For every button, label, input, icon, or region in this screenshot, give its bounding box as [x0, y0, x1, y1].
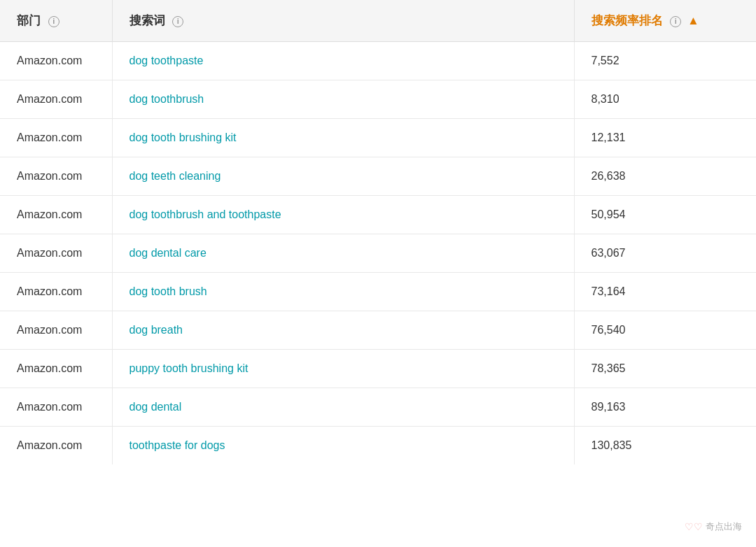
keyword-link[interactable]: dog dental care	[130, 247, 206, 259]
keyword-cell: dog breath	[112, 311, 574, 350]
keyword-link[interactable]: dog toothbrush and toothpaste	[130, 208, 281, 220]
rank-cell: 63,067	[574, 234, 756, 273]
department-cell: Amazon.com	[0, 234, 112, 273]
department-cell: Amazon.com	[0, 157, 112, 196]
rank-cell: 73,164	[574, 273, 756, 311]
department-cell: Amazon.com	[0, 388, 112, 427]
rank-label: 搜索频率排名	[592, 14, 663, 27]
keyword-cell: dog tooth brushing kit	[112, 119, 574, 157]
keyword-link[interactable]: dog toothbrush	[130, 93, 204, 105]
keyword-cell: dog tooth brush	[112, 273, 574, 311]
keyword-link[interactable]: puppy tooth brushing kit	[130, 362, 248, 374]
department-cell: Amazon.com	[0, 119, 112, 157]
keyword-label: 搜索词	[130, 14, 165, 27]
department-label: 部门	[17, 14, 41, 27]
department-cell: Amazon.com	[0, 350, 112, 388]
rank-cell: 8,310	[574, 80, 756, 119]
department-cell: Amazon.com	[0, 80, 112, 119]
rank-cell: 26,638	[574, 157, 756, 196]
keyword-link[interactable]: dog dental	[130, 401, 182, 413]
col-keyword-header: 搜索词 i	[112, 0, 574, 42]
table-row: Amazon.comdog toothpaste7,552	[0, 42, 756, 80]
keyword-link[interactable]: dog teeth cleaning	[130, 170, 221, 182]
search-rank-table: 部门 i 搜索词 i 搜索频率排名 i ▲ Amazon.comdog toot…	[0, 0, 756, 464]
table-row: Amazon.comdog toothbrush8,310	[0, 80, 756, 119]
table-header-row: 部门 i 搜索词 i 搜索频率排名 i ▲	[0, 0, 756, 42]
keyword-cell: toothpaste for dogs	[112, 427, 574, 465]
table-row: Amazon.comdog tooth brushing kit12,131	[0, 119, 756, 157]
table-row: Amazon.compuppy tooth brushing kit78,365	[0, 350, 756, 388]
department-cell: Amazon.com	[0, 273, 112, 311]
keyword-cell: dog toothbrush and toothpaste	[112, 196, 574, 234]
rank-cell: 78,365	[574, 350, 756, 388]
col-department-header: 部门 i	[0, 0, 112, 42]
table-row: Amazon.comdog breath76,540	[0, 311, 756, 350]
table-row: Amazon.comdog toothbrush and toothpaste5…	[0, 196, 756, 234]
watermark: ♡♡ 奇点出海	[685, 520, 742, 533]
table-row: Amazon.comtoothpaste for dogs130,835	[0, 427, 756, 465]
keyword-link[interactable]: toothpaste for dogs	[130, 439, 225, 451]
table-body: Amazon.comdog toothpaste7,552Amazon.comd…	[0, 42, 756, 465]
sort-arrow-icon[interactable]: ▲	[687, 14, 699, 27]
rank-cell: 12,131	[574, 119, 756, 157]
department-cell: Amazon.com	[0, 196, 112, 234]
rank-cell: 89,163	[574, 388, 756, 427]
department-cell: Amazon.com	[0, 427, 112, 465]
keyword-cell: dog dental	[112, 388, 574, 427]
rank-info-icon[interactable]: i	[670, 16, 681, 27]
rank-cell: 7,552	[574, 42, 756, 80]
table-row: Amazon.comdog dental care63,067	[0, 234, 756, 273]
department-info-icon[interactable]: i	[48, 16, 59, 27]
watermark-heart: ♡♡	[685, 521, 703, 532]
col-rank-header[interactable]: 搜索频率排名 i ▲	[574, 0, 756, 42]
keyword-link[interactable]: dog toothpaste	[130, 55, 204, 66]
keyword-cell: puppy tooth brushing kit	[112, 350, 574, 388]
keyword-cell: dog toothbrush	[112, 80, 574, 119]
keyword-cell: dog dental care	[112, 234, 574, 273]
keyword-link[interactable]: dog breath	[130, 324, 183, 336]
table-row: Amazon.comdog dental89,163	[0, 388, 756, 427]
rank-cell: 76,540	[574, 311, 756, 350]
keyword-link[interactable]: dog tooth brush	[130, 285, 207, 297]
keyword-link[interactable]: dog tooth brushing kit	[130, 132, 237, 143]
rank-cell: 130,835	[574, 427, 756, 465]
department-cell: Amazon.com	[0, 311, 112, 350]
keyword-cell: dog teeth cleaning	[112, 157, 574, 196]
keyword-cell: dog toothpaste	[112, 42, 574, 80]
department-cell: Amazon.com	[0, 42, 112, 80]
rank-cell: 50,954	[574, 196, 756, 234]
table-row: Amazon.comdog tooth brush73,164	[0, 273, 756, 311]
keyword-info-icon[interactable]: i	[172, 16, 183, 27]
watermark-text: 奇点出海	[706, 520, 742, 533]
table-row: Amazon.comdog teeth cleaning26,638	[0, 157, 756, 196]
